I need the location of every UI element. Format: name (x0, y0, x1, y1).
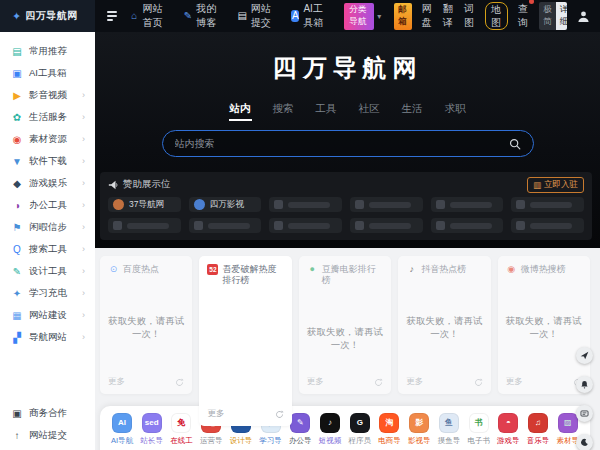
user-avatar-icon[interactable] (577, 10, 590, 23)
sidebar-item[interactable]: ▶ 影音视频 › (0, 84, 95, 106)
search-input[interactable] (175, 138, 509, 149)
sponsor-slot-icon (355, 221, 364, 230)
sponsor-slot[interactable] (431, 197, 504, 212)
sidebar-item[interactable]: ✎ 设计工具 › (0, 260, 95, 282)
sponsor-panel: 赞助展示位 ▥ 立即入驻 37导航网 四万影视 (100, 172, 592, 240)
quick-link-translate[interactable]: 翻译 (443, 2, 454, 30)
search-tab[interactable]: 社区 (358, 102, 381, 119)
top-bar: ✦ 四万导航网 ⌂ 网站首页 ✎ 我的博客 ▤ 网站提交 A AI工具箱 分类导 (0, 0, 600, 32)
sponsor-slot-icon (274, 200, 283, 209)
sponsor-slot[interactable]: 37导航网 (108, 197, 181, 212)
search-tabs: 站内搜索工具社区生活求职 (95, 98, 600, 121)
sidebar-item[interactable]: ◉ 素材资源 › (0, 128, 95, 150)
sidebar-item-label: 素材资源 (29, 133, 76, 146)
sidebar-item-label: 办公工具 (29, 199, 76, 212)
sponsor-slot[interactable] (108, 218, 181, 233)
sidebar-item[interactable]: Q 搜索工具 › (0, 238, 95, 260)
sidebar-item-icon: ⚑ (11, 222, 23, 233)
page-title: 四万导航网 (95, 52, 600, 84)
panel-icon[interactable] (576, 405, 593, 422)
nav-item-ai-toolbox[interactable]: A AI工具箱 (291, 2, 331, 30)
search-tab[interactable]: 生活 (401, 102, 424, 119)
sidebar-item-icon: Q (11, 244, 23, 255)
sidebar-item-icon: ▤ (11, 46, 23, 57)
bell-icon[interactable] (576, 376, 593, 393)
logo-text: 四万导航网 (25, 9, 78, 23)
quick-link-mail[interactable]: 邮箱 (394, 3, 411, 30)
sidebar-item[interactable]: ▤ 常用推荐 (0, 40, 95, 62)
sidebar-item[interactable]: ▣ AI工具箱 (0, 62, 95, 84)
refresh-icon[interactable] (175, 378, 184, 387)
more-button[interactable]: 更多 (307, 376, 324, 388)
sidebar-item-label: 导航网站 (29, 331, 76, 344)
quick-link-map[interactable]: 地图 (485, 2, 508, 30)
layout-mode-toggle[interactable]: 极简 详细 (539, 2, 567, 30)
sidebar-item-label: AI工具箱 (29, 67, 76, 80)
sponsor-slot-icon (113, 221, 122, 230)
quick-link-wordmap[interactable]: 词图 (464, 2, 475, 30)
dock-item-label: 摸鱼导 (438, 436, 461, 446)
refresh-icon[interactable] (275, 410, 284, 419)
sidebar-item[interactable]: ◑ 办公工具 › (0, 194, 95, 216)
chevron-right-icon: › (82, 112, 88, 122)
sidebar-item-submit-site[interactable]: ↑ 网站提交 (0, 424, 95, 446)
nav-item-submit[interactable]: ▤ 网站提交 (237, 2, 278, 30)
quick-link-query[interactable]: 查询 (518, 2, 529, 30)
dock-item-label: 运营导 (200, 436, 223, 446)
paper-plane-icon[interactable] (576, 347, 593, 364)
nav-item-home[interactable]: ⌂ 网站首页 (130, 2, 171, 30)
refresh-icon[interactable] (374, 378, 383, 387)
sidebar-item-business[interactable]: ▣ 商务合作 (0, 402, 95, 424)
sidebar-item-label: 游戏娱乐 (29, 177, 76, 190)
quick-link-netdisk[interactable]: 网盘 (422, 2, 433, 30)
search-tab[interactable]: 站内 (229, 102, 252, 121)
sidebar-item-icon: ▞ (11, 332, 23, 343)
join-now-button[interactable]: ▥ 立即入驻 (527, 177, 584, 193)
sidebar-item[interactable]: ▞ 导航网站 › (0, 326, 95, 348)
dock-item-label: 学习导 (259, 436, 282, 446)
dock-item-label: 电商导 (378, 436, 401, 446)
search-tab[interactable]: 工具 (315, 102, 338, 119)
sponsor-slot[interactable] (350, 197, 423, 212)
search-tab[interactable]: 搜索 (272, 102, 295, 119)
sponsor-slot[interactable] (350, 218, 423, 233)
sidebar-item-label: 设计工具 (29, 265, 76, 278)
submit-site-icon: ▤ (237, 10, 246, 22)
error-message: 获取失败，请再试一次！ (307, 326, 383, 352)
sponsor-slot[interactable]: 四万影视 (189, 197, 262, 212)
moon-icon[interactable] (576, 434, 593, 450)
search-icon[interactable] (509, 138, 521, 150)
sidebar-bottom: ▣ 商务合作 ↑ 网站提交 (0, 402, 95, 448)
sponsor-slot-icon (436, 221, 445, 230)
sponsor-slot-icon (516, 200, 525, 209)
chevron-right-icon: › (82, 332, 88, 342)
refresh-icon[interactable] (474, 378, 483, 387)
mode-detailed[interactable]: 详细 (556, 2, 567, 30)
search-tab[interactable]: 求职 (444, 102, 467, 119)
sponsor-slot[interactable] (511, 218, 584, 233)
sidebar-item[interactable]: ◆ 游戏娱乐 › (0, 172, 95, 194)
dock-item-label: 办公导 (289, 436, 312, 446)
sidebar-item[interactable]: ✿ 生活服务 › (0, 106, 95, 128)
chevron-right-icon: › (82, 288, 88, 298)
sponsor-slot[interactable] (189, 218, 262, 233)
sidebar-item-icon: ▦ (11, 310, 23, 321)
sidebar-item[interactable]: ⚑ 闲暇信步 › (0, 216, 95, 238)
more-button[interactable]: 更多 (108, 376, 125, 388)
nav-item-blog[interactable]: ✎ 我的博客 (184, 2, 225, 30)
sidebar-item[interactable]: ▦ 网站建设 › (0, 304, 95, 326)
sponsor-slot[interactable] (431, 218, 504, 233)
category-nav-badge[interactable]: 分类导航 ▾ (344, 3, 381, 30)
sponsor-slot[interactable] (269, 197, 342, 212)
sponsor-slot[interactable] (511, 197, 584, 212)
more-button[interactable]: 更多 (506, 376, 523, 388)
site-logo[interactable]: ✦ 四万导航网 (0, 0, 95, 32)
more-button[interactable]: 更多 (406, 376, 423, 388)
hamburger-menu-icon[interactable] (107, 11, 117, 21)
sidebar-item-label: 学习充电 (29, 287, 76, 300)
sidebar-item[interactable]: ▼ 软件下载 › (0, 150, 95, 172)
sidebar-item[interactable]: ✦ 学习充电 › (0, 282, 95, 304)
sponsor-slot[interactable] (269, 218, 342, 233)
mode-minimal[interactable]: 极简 (539, 2, 556, 30)
more-button[interactable]: 更多 (207, 408, 224, 420)
